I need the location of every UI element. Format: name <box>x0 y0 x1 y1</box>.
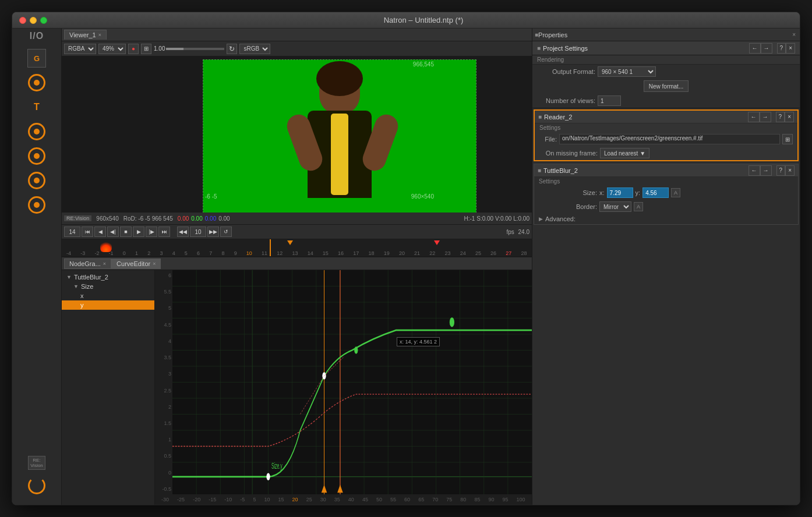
project-close-btn[interactable]: × <box>786 43 795 54</box>
tuttle-undo-btn[interactable]: ← <box>749 165 760 176</box>
tuttle-close-btn[interactable]: × <box>785 165 795 176</box>
size-y-input[interactable] <box>642 187 669 198</box>
node-tab-label: NodeGra... <box>69 260 101 267</box>
x-ruler: -30-25-20-15-10-551015202530354045505560… <box>155 494 532 505</box>
colorspace-select[interactable]: sRGB <box>239 44 270 54</box>
panel-content: ▼ TuttleBlur_2 ▼ Size x y <box>62 270 532 505</box>
stop-btn[interactable]: ■ <box>120 226 132 237</box>
tool-3-icon[interactable] <box>26 146 47 167</box>
tool-5-icon[interactable] <box>26 194 47 215</box>
rod-text: RoD: -6 -5 966 545 <box>123 215 173 222</box>
tuttle-icon: ■ <box>538 167 541 173</box>
circle-icon-2 <box>28 123 45 140</box>
skip-fwd-btn[interactable]: ▶▶ <box>207 226 219 237</box>
tuttle-header: ■ TuttleBlur_2 ← → ? × <box>534 164 798 177</box>
load-nearest-btn[interactable]: Load nearest ▼ <box>600 148 649 158</box>
skip-to-end-btn[interactable]: ⏭ <box>158 226 170 237</box>
skip-back-btn[interactable]: ◀◀ <box>177 226 189 237</box>
curve-tab-close[interactable]: × <box>153 261 156 267</box>
tuttle-help-btn[interactable]: ? <box>776 165 786 176</box>
border-label: Border: <box>539 203 597 210</box>
reader-title: Reader_2 <box>544 114 748 121</box>
node-curve-panel: NodeGra... × CurveEditor × ▼ <box>62 257 532 505</box>
output-format-select[interactable]: 960 × 540 1 <box>598 66 656 77</box>
minimize-button[interactable] <box>30 17 37 24</box>
project-icon: ■ <box>537 45 541 51</box>
output-format-label: Output Format: <box>537 68 595 75</box>
svg-marker-38 <box>337 485 343 493</box>
tuttle-redo-btn[interactable]: → <box>760 165 772 176</box>
maximize-button[interactable] <box>40 17 47 24</box>
viewer-tab-close[interactable]: × <box>98 32 101 38</box>
person-area <box>276 59 404 213</box>
tool-1-icon[interactable] <box>26 72 47 93</box>
svg-point-33 <box>450 318 454 327</box>
reader-help-btn[interactable]: ? <box>776 112 785 122</box>
orange-playhead <box>287 240 293 245</box>
curve-tab-label: CurveEditor <box>116 260 150 267</box>
spinner <box>28 477 45 494</box>
project-undo-btn[interactable]: ← <box>749 43 761 54</box>
advanced-row[interactable]: ▶ Advanced: <box>534 214 798 224</box>
node-graph-tab[interactable]: NodeGra... × <box>64 258 111 269</box>
circle-icon-5 <box>28 196 45 214</box>
io-label: I/O <box>30 31 44 41</box>
step-back-btn[interactable]: ◀| <box>107 226 119 237</box>
file-browse-btn[interactable]: ⊞ <box>782 134 793 144</box>
frame-number[interactable]: 14 <box>64 226 80 237</box>
spinner-icon[interactable] <box>26 475 47 496</box>
tool-t-icon[interactable]: T <box>26 97 47 118</box>
border-anim-btn[interactable]: A <box>634 202 643 211</box>
num-views-input[interactable] <box>598 95 621 106</box>
viewer-tab[interactable]: Viewer_1 × <box>64 30 107 40</box>
tool-2-icon[interactable] <box>26 121 47 142</box>
file-path[interactable]: on/Natron/TestImages/Greenscreen2/greens… <box>559 134 780 144</box>
reader-redo-btn[interactable]: → <box>760 112 771 122</box>
record-btn[interactable]: ● <box>128 44 139 54</box>
skip-to-start-btn[interactable]: ⏮ <box>82 226 93 237</box>
channel-select[interactable]: RGBA <box>64 44 96 54</box>
project-redo-btn[interactable]: → <box>761 43 772 54</box>
curve-tooltip: x: 14, y: 4.561 2 <box>397 337 440 346</box>
size-x-input[interactable] <box>607 187 633 198</box>
size-y-label: y: <box>636 189 641 196</box>
prev-frame-btn[interactable]: ◀ <box>94 226 106 237</box>
color-a: 0.00 <box>218 215 230 222</box>
project-help-btn[interactable]: ? <box>777 43 786 54</box>
tree-item-x[interactable]: x <box>62 291 154 300</box>
tree-item-tuttle[interactable]: ▼ TuttleBlur_2 <box>62 272 154 282</box>
refresh-btn[interactable]: ↻ <box>227 44 237 54</box>
curve-canvas[interactable]: 6 5.5 5 4.5 4 3.5 3 2.5 2 1.5 1 <box>155 270 532 505</box>
revision-icon[interactable]: RE:Vision <box>26 452 47 473</box>
g-badge-icon[interactable]: G <box>26 48 47 69</box>
border-select[interactable]: Mirror Clamp Black <box>599 201 631 212</box>
viewer-tab-label: Viewer_1 <box>69 31 96 38</box>
reader-settings-label: Settings <box>535 123 797 132</box>
curve-svg: Size.y <box>172 270 532 494</box>
frame-skip[interactable]: 10 <box>190 226 206 237</box>
reader-close-btn[interactable]: × <box>785 112 794 122</box>
tool-4-icon[interactable] <box>26 170 47 191</box>
play-btn[interactable]: ▶ <box>133 226 144 237</box>
tree-item-size[interactable]: ▼ Size <box>62 282 154 291</box>
gain-slider-track[interactable] <box>166 48 224 50</box>
timeline-bar[interactable]: -4-3-2-101234567891011121314151617181920… <box>62 239 532 257</box>
size-row: Size: x: y: A <box>534 186 798 200</box>
bottom-panels: NodeGra... × CurveEditor × ▼ <box>62 257 532 505</box>
viewer-toolbar: RGBA 49% ● ⊞ 1.00 ↻ <box>62 41 532 56</box>
new-format-btn[interactable]: New format... <box>644 80 689 92</box>
reader-undo-btn[interactable]: ← <box>748 112 760 122</box>
loop-btn[interactable]: ↺ <box>220 226 232 237</box>
reader-icon: ■ <box>538 114 542 120</box>
properties-close-btn[interactable]: × <box>790 31 797 38</box>
node-tab-close[interactable]: × <box>103 261 106 267</box>
step-fwd-btn[interactable]: |▶ <box>146 226 157 237</box>
border-row: Border: Mirror Clamp Black A <box>534 200 798 214</box>
zoom-select[interactable]: 49% <box>98 44 126 54</box>
tree-item-y[interactable]: y <box>62 300 154 310</box>
grid-btn[interactable]: ⊞ <box>141 44 151 54</box>
gain-value: 1.00 <box>154 45 165 52</box>
curve-editor-tab[interactable]: CurveEditor × <box>111 258 161 269</box>
close-button[interactable] <box>19 17 26 24</box>
size-anim-btn[interactable]: A <box>671 188 680 197</box>
